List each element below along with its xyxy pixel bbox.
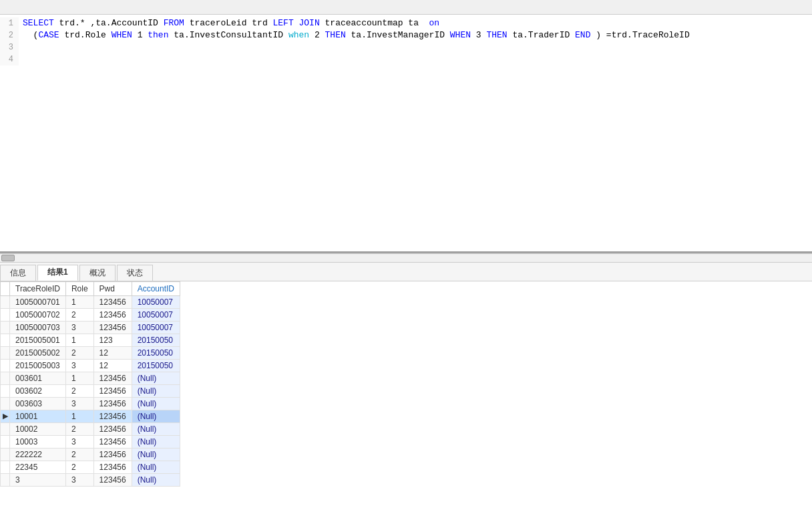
sql-line: 2 (CASE trd.Role WHEN 1 then ta.InvestCo… bbox=[0, 29, 812, 41]
sql-token: ta.TraderID bbox=[508, 30, 575, 40]
col-header-traceroleid[interactable]: TraceRoleID bbox=[10, 281, 66, 295]
table-row[interactable]: 201500500331220150050 bbox=[1, 359, 180, 372]
toolbar bbox=[0, 0, 812, 15]
execute-query-btn[interactable] bbox=[3, 7, 8, 8]
cell-role: 3 bbox=[65, 359, 93, 372]
line-number: 1 bbox=[0, 17, 19, 29]
table-row[interactable]: 2222222123456(Null) bbox=[1, 448, 180, 461]
table-row[interactable]: 33123456(Null) bbox=[1, 473, 180, 486]
cell-role: 3 bbox=[65, 473, 93, 486]
row-indicator bbox=[1, 473, 10, 486]
table-row[interactable]: 2015005001112320150050 bbox=[1, 334, 180, 346]
cell-pwd: 123456 bbox=[93, 372, 132, 384]
horizontal-scrollbar[interactable] bbox=[0, 253, 812, 263]
sql-token: trd.Role bbox=[59, 30, 112, 40]
cell-accountid: 20150050 bbox=[132, 346, 180, 359]
line-number: 2 bbox=[0, 29, 19, 41]
table-row[interactable]: 0036011123456(Null) bbox=[1, 372, 180, 384]
sql-token: WHEN bbox=[112, 30, 132, 40]
col-header-pwd[interactable]: Pwd bbox=[93, 281, 132, 295]
cell-pwd: 123456 bbox=[93, 410, 132, 422]
results-container[interactable]: TraceRoleIDRolePwdAccountID 100500070111… bbox=[0, 281, 812, 513]
row-indicator bbox=[1, 308, 10, 321]
sql-editor[interactable]: 1SELECT trd.* ,ta.AccountID FROM tracero… bbox=[0, 15, 812, 253]
cell-accountid: 20150050 bbox=[132, 359, 180, 372]
tab-结果1[interactable]: 结果1 bbox=[37, 265, 78, 281]
cell-accountid: (Null) bbox=[132, 461, 180, 473]
line-content[interactable]: (CASE trd.Role WHEN 1 then ta.InvestCons… bbox=[19, 29, 690, 41]
sql-token: END bbox=[575, 30, 590, 40]
cell-pwd: 123456 bbox=[93, 308, 132, 321]
cell-traceroleid: 2015005002 bbox=[10, 346, 66, 359]
sql-token: THEN bbox=[325, 30, 346, 40]
table-row[interactable]: 100033123456(Null) bbox=[1, 435, 180, 448]
sql-token: when bbox=[288, 30, 309, 40]
sql-token: ) =trd.TraceRoleID bbox=[590, 30, 689, 40]
row-indicator bbox=[1, 397, 10, 410]
cell-role: 2 bbox=[65, 461, 93, 473]
table-row[interactable]: 0036033123456(Null) bbox=[1, 397, 180, 410]
sql-token: WHEN bbox=[450, 30, 471, 40]
cell-role: 1 bbox=[65, 372, 93, 384]
tab-概况[interactable]: 概况 bbox=[79, 265, 116, 281]
cell-accountid: 20150050 bbox=[132, 334, 180, 346]
col-header-role[interactable]: Role bbox=[65, 281, 93, 295]
cell-traceroleid: 1005000701 bbox=[10, 295, 66, 308]
sql-line: 4 bbox=[0, 53, 812, 66]
sql-token: ta.InvestManagerID bbox=[346, 30, 450, 40]
row-indicator: ▶ bbox=[1, 410, 10, 422]
sql-token: ( bbox=[23, 30, 38, 40]
table-row[interactable]: 100022123456(Null) bbox=[1, 422, 180, 435]
cell-accountid: (Null) bbox=[132, 448, 180, 461]
line-content[interactable]: SELECT trd.* ,ta.AccountID FROM traceroL… bbox=[19, 17, 439, 29]
row-indicator bbox=[1, 372, 10, 384]
new-query-btn[interactable] bbox=[11, 7, 16, 8]
cell-traceroleid: 222222 bbox=[10, 448, 66, 461]
row-indicator bbox=[1, 334, 10, 346]
sql-token: FROM bbox=[164, 18, 184, 28]
table-row[interactable]: 223452123456(Null) bbox=[1, 461, 180, 473]
table-row[interactable]: ▶100011123456(Null) bbox=[1, 410, 180, 422]
cell-pwd: 123456 bbox=[93, 473, 132, 486]
sql-token bbox=[294, 18, 299, 28]
sql-token: LEFT bbox=[272, 18, 293, 28]
sql-token: 1 bbox=[132, 30, 148, 40]
cell-pwd: 12 bbox=[93, 359, 132, 372]
cell-pwd: 12 bbox=[93, 346, 132, 359]
cell-role: 2 bbox=[65, 422, 93, 435]
col-header-accountid[interactable]: AccountID bbox=[132, 281, 180, 295]
sql-token: SELECT bbox=[23, 18, 54, 28]
table-row[interactable]: 1005000702212345610050007 bbox=[1, 308, 180, 321]
tab-状态[interactable]: 状态 bbox=[117, 265, 153, 281]
row-indicator bbox=[1, 295, 10, 308]
cell-accountid: (Null) bbox=[132, 397, 180, 410]
cell-accountid: (Null) bbox=[132, 384, 180, 397]
sql-token: on bbox=[429, 18, 440, 28]
cell-traceroleid: 003603 bbox=[10, 397, 66, 410]
cell-traceroleid: 1005000703 bbox=[10, 321, 66, 334]
cell-role: 1 bbox=[65, 295, 93, 308]
table-row[interactable]: 0036022123456(Null) bbox=[1, 384, 180, 397]
cell-role: 3 bbox=[65, 397, 93, 410]
cell-role: 1 bbox=[65, 410, 93, 422]
cell-pwd: 123456 bbox=[93, 435, 132, 448]
cell-role: 3 bbox=[65, 321, 93, 334]
tab-信息[interactable]: 信息 bbox=[0, 265, 36, 281]
row-indicator bbox=[1, 346, 10, 359]
line-number: 4 bbox=[0, 53, 19, 66]
table-row[interactable]: 201500500221220150050 bbox=[1, 346, 180, 359]
sql-token: then bbox=[148, 30, 168, 40]
line-number: 3 bbox=[0, 41, 19, 53]
table-row[interactable]: 1005000703312345610050007 bbox=[1, 321, 180, 334]
sql-token: traceroLeid trd bbox=[184, 18, 273, 28]
sql-token: trd.* ,ta.AccountID bbox=[54, 18, 164, 28]
cell-accountid: (Null) bbox=[132, 473, 180, 486]
cell-role: 2 bbox=[65, 346, 93, 359]
cell-pwd: 123456 bbox=[93, 295, 132, 308]
row-indicator bbox=[1, 359, 10, 372]
cell-role: 2 bbox=[65, 384, 93, 397]
row-indicator bbox=[1, 321, 10, 334]
sql-token: 3 bbox=[471, 30, 486, 40]
sql-line: 1SELECT trd.* ,ta.AccountID FROM tracero… bbox=[0, 17, 812, 29]
table-row[interactable]: 1005000701112345610050007 bbox=[1, 295, 180, 308]
